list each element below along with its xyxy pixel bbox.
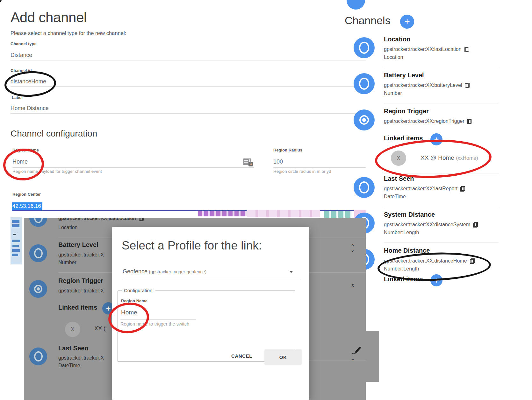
divider <box>384 242 499 242</box>
avatar-letter: X <box>71 326 75 333</box>
dialog-title: Select a Profile for the link: <box>122 239 262 252</box>
ok-button[interactable]: OK <box>264 349 302 365</box>
annotation-ellipse-distance-home-uid <box>377 251 492 283</box>
dim-uid-text: gpstracker:tracker:XX:lastLocation <box>58 218 136 221</box>
channel-type-label: Channel type <box>11 41 37 46</box>
dim-uid-text: gpstracker:tracker:X <box>58 288 104 294</box>
map-fragment-pink <box>247 210 320 217</box>
dim-channel-uid: gpstracker:tracker:X <box>58 288 104 294</box>
profile-uid: (gpstracker:trigger-geofence) <box>149 269 207 274</box>
dim-channel-icon-last-seen <box>29 347 47 365</box>
dim-linked-item-label: XX ( <box>94 325 105 332</box>
dim-channel-type: Number <box>58 260 76 265</box>
channel-type: DateTime <box>384 194 406 200</box>
configuration-legend: Configuration: <box>122 288 155 293</box>
copy-icon[interactable] <box>460 186 465 192</box>
backdrop-extension <box>366 331 379 382</box>
region-center-input[interactable]: 42.53,16.16 <box>12 202 42 210</box>
dim-channel-uid: gpstracker:tracker:XX:lastLocation <box>58 218 144 221</box>
profile-select[interactable]: Geofence (gpstracker:trigger-geofence) <box>123 268 301 275</box>
channel-title: Region Trigger <box>384 108 429 115</box>
channel-uid-text: gpstracker:tracker:XX:lastLocation <box>384 46 462 52</box>
edit-icon <box>355 347 361 353</box>
region-name-underline <box>12 167 254 168</box>
channel-id-underline <box>11 86 366 87</box>
stray-mark <box>0 0 3 6</box>
page-subtitle: Please select a channel type for the new… <box>11 30 126 36</box>
copy-icon[interactable] <box>464 47 469 52</box>
channel-icon-location <box>354 37 375 58</box>
channel-type: Number:Length <box>384 230 419 235</box>
dim-channel-type: Location <box>58 225 78 230</box>
channel-uid-text: gpstracker:tracker:XX:regionTrigger <box>384 118 464 124</box>
channel-type-value[interactable]: Distance <box>11 52 32 59</box>
divider <box>384 67 499 67</box>
dim-channel-title: Battery Level <box>58 241 98 249</box>
dim-divider <box>308 361 366 361</box>
profile-name: Geofence <box>123 268 147 275</box>
annotation-ellipse-linked-item <box>374 138 492 180</box>
plus-icon: + <box>404 16 410 27</box>
copy-icon <box>139 218 144 221</box>
channel-uid-text: gpstracker:tracker:XX:lastReport <box>384 186 457 192</box>
dim-channel-title: Last Seen <box>58 345 88 352</box>
region-radius-hint: Region circle radius in m or yd <box>273 169 331 174</box>
map-fragment-left <box>11 217 22 264</box>
channel-uid: gpstracker:tracker:XX:regionTrigger <box>384 118 472 124</box>
cancel-button[interactable]: CANCEL <box>229 353 254 359</box>
channel-uid: gpstracker:tracker:XX:lastLocation <box>384 46 469 52</box>
copy-icon[interactable] <box>465 83 470 88</box>
channel-type-underline <box>11 60 366 60</box>
unfold-more-icon: ⌃⌄ <box>349 353 356 361</box>
label-field-input[interactable]: Home Distance <box>11 105 49 112</box>
channel-title: Battery Level <box>384 72 424 79</box>
add-channel-button[interactable]: + <box>400 15 414 29</box>
page-title: Add channel <box>11 10 87 25</box>
copy-icon[interactable] <box>473 222 478 228</box>
channel-type: Number <box>384 90 402 96</box>
channel-uid: gpstracker:tracker:XX:batteryLevel <box>384 82 470 88</box>
channel-icon-last-seen <box>354 177 375 198</box>
chevron-down-icon[interactable] <box>289 271 293 273</box>
dim-channel-title: Region Trigger <box>58 277 103 284</box>
channels-heading: Channels <box>345 14 391 27</box>
dim-uid-text: gpstracker:tracker:X <box>58 252 104 258</box>
channel-type: Location <box>384 54 403 60</box>
unfold-less-icon: ⌄⌃ <box>349 282 356 289</box>
map-fragment-purple <box>198 211 247 216</box>
dialog-region-name-label: Region Name <box>121 298 147 303</box>
region-radius-input[interactable]: 100 <box>273 158 283 165</box>
channel-uid: gpstracker:tracker:XX:lastReport <box>384 186 465 192</box>
channel-icon-battery <box>354 73 375 94</box>
region-center-selected-text: 42.53,16.16 <box>12 202 42 210</box>
dim-linked-item-avatar: X <box>65 322 80 337</box>
config-heading: Channel configuration <box>11 129 97 139</box>
dim-channel-uid: gpstracker:tracker:X <box>58 355 104 361</box>
keyboard-icon[interactable]: 3 <box>243 158 251 165</box>
screen: Add channel Please select a channel type… <box>0 0 532 400</box>
dim-channel-type: DateTime <box>58 363 80 368</box>
region-radius-underline <box>273 167 366 168</box>
channel-title: Location <box>384 36 410 43</box>
channel-uid-text: gpstracker:tracker:XX:batteryLevel <box>384 82 462 88</box>
map-fragment-teal <box>324 211 352 218</box>
profile-select-underline <box>123 279 300 279</box>
copy-icon[interactable] <box>467 119 472 124</box>
label-field-underline <box>11 113 366 114</box>
divider <box>384 103 499 103</box>
region-center-label: Region Center <box>12 192 41 197</box>
annotation-ellipse-channel-id <box>4 70 57 98</box>
dim-channel-icon-battery <box>29 244 47 262</box>
region-radius-label: Region Radius <box>273 148 302 152</box>
channel-uid: gpstracker:tracker:XX:distanceSystem <box>384 222 478 228</box>
dim-channel-icon-region-trigger <box>29 280 47 298</box>
dim-uid-text: gpstracker:tracker:X <box>58 355 104 361</box>
channel-icon-region-trigger <box>354 109 375 130</box>
dim-linked-items-heading: Linked items <box>58 304 97 311</box>
fab-partial-circle[interactable] <box>347 0 365 10</box>
dim-channel-uid: gpstracker:tracker:X <box>58 252 104 258</box>
channel-title: System Distance <box>384 211 435 218</box>
keyboard-badge: 3 <box>248 162 253 166</box>
unfold-more-icon: ⌃⌄ <box>349 244 356 252</box>
divider <box>384 207 499 207</box>
